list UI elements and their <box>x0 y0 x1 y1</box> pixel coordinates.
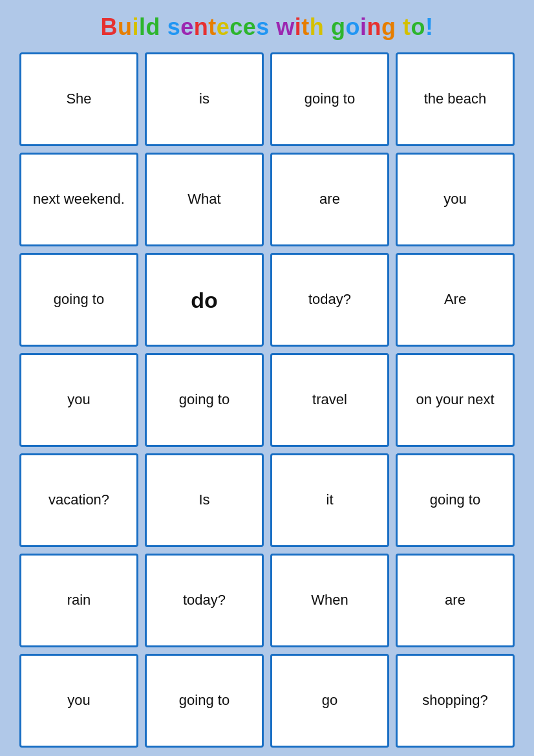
card-text: going to <box>179 691 230 710</box>
word-card: going to <box>145 654 264 748</box>
card-text: it <box>326 491 334 510</box>
word-card: next weekend. <box>19 153 138 246</box>
word-card: you <box>19 654 138 748</box>
card-text: vacation? <box>48 491 109 510</box>
word-card: today? <box>270 253 389 347</box>
word-card: going to <box>19 253 138 347</box>
word-card: go <box>270 654 389 748</box>
word-card: the beach <box>396 52 515 146</box>
card-text: on your next <box>416 391 494 409</box>
word-card: you <box>396 153 515 246</box>
word-card: Is <box>145 453 264 547</box>
word-card: today? <box>145 554 264 647</box>
word-card: going to <box>396 453 515 547</box>
word-card: What <box>145 153 264 246</box>
page-title: Build senteces with going to! <box>101 13 434 41</box>
word-card: travel <box>270 353 389 447</box>
card-text: rain <box>67 591 91 610</box>
word-card: do <box>145 253 264 347</box>
card-text: today? <box>308 290 351 309</box>
card-text: are <box>319 190 340 209</box>
card-text: What <box>187 190 220 209</box>
word-card: on your next <box>396 353 515 447</box>
card-text: you <box>67 691 90 710</box>
card-text: do <box>191 286 218 314</box>
word-card: When <box>270 554 389 647</box>
card-text: She <box>66 90 91 109</box>
card-text: you <box>443 190 466 209</box>
word-card: going to <box>145 353 264 447</box>
card-text: going to <box>179 391 230 409</box>
card-text: shopping? <box>422 691 488 710</box>
card-text: today? <box>183 591 226 610</box>
word-card: are <box>270 153 389 246</box>
card-text: going to <box>430 491 480 510</box>
word-card: it <box>270 453 389 547</box>
word-card: you <box>19 353 138 447</box>
card-text: travel <box>312 391 347 409</box>
word-card: rain <box>19 554 138 647</box>
card-text: go <box>322 691 337 710</box>
card-text: going to <box>54 290 104 309</box>
card-text: you <box>67 391 90 409</box>
word-card: vacation? <box>19 453 138 547</box>
card-grid-wrapper: Sheisgoing tothe beachnext weekend.Whata… <box>19 52 515 748</box>
card-text: are <box>445 591 465 610</box>
word-card: shopping? <box>396 654 515 748</box>
word-card-grid: Sheisgoing tothe beachnext weekend.Whata… <box>19 52 515 748</box>
card-text: next weekend. <box>33 190 125 209</box>
word-card: Are <box>396 253 515 347</box>
word-card: She <box>19 52 138 146</box>
card-text: is <box>199 90 209 109</box>
word-card: going to <box>270 52 389 146</box>
card-text: going to <box>304 90 355 109</box>
card-text: the beach <box>424 90 487 109</box>
word-card: are <box>396 554 515 647</box>
card-text: When <box>311 591 348 610</box>
word-card: is <box>145 52 264 146</box>
card-text: Are <box>444 290 466 309</box>
card-text: Is <box>198 491 209 510</box>
